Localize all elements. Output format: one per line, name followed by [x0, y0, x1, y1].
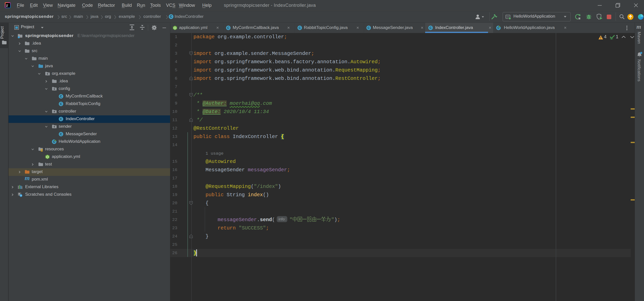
- svg-text:C: C: [60, 117, 62, 121]
- svg-text:C: C: [429, 26, 432, 30]
- svg-text:C: C: [299, 26, 301, 30]
- svg-text:C: C: [368, 26, 370, 30]
- svg-text:C: C: [60, 102, 62, 106]
- svg-text:C: C: [60, 132, 62, 136]
- svg-text:C: C: [170, 15, 172, 18]
- svg-text:C: C: [227, 26, 229, 30]
- svg-text:C: C: [60, 95, 62, 98]
